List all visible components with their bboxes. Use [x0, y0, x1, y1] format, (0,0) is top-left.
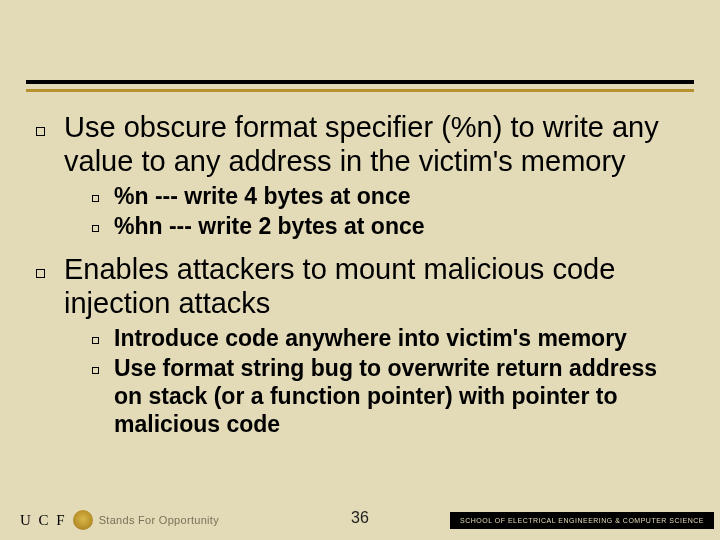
bullet-level2: %n --- write 4 bytes at once — [92, 182, 684, 212]
bullet-text: %n --- write 4 bytes at once — [114, 182, 411, 210]
divider-thick — [26, 80, 694, 84]
footer: U C F Stands For Opportunity SCHOOL OF E… — [20, 508, 714, 532]
bullet-text: Use format string bug to overwrite retur… — [114, 354, 684, 438]
bullet-level1: Enables attackers to mount malicious cod… — [36, 252, 684, 320]
bullet-icon — [36, 252, 64, 290]
school-badge: SCHOOL OF ELECTRICAL ENGINEERING & COMPU… — [450, 512, 714, 529]
ucf-logo-text: U C F — [20, 512, 67, 529]
pegasus-seal-icon — [73, 510, 93, 530]
bullet-level1: Use obscure format specifier (%n) to wri… — [36, 110, 684, 178]
divider-gold — [26, 89, 694, 92]
bullet-icon — [92, 212, 114, 242]
slide: Use obscure format specifier (%n) to wri… — [0, 0, 720, 540]
footer-left: U C F Stands For Opportunity — [20, 510, 219, 530]
bullet-level2: %hn --- write 2 bytes at once — [92, 212, 684, 242]
bullet-level2: Use format string bug to overwrite retur… — [92, 354, 684, 438]
slide-body: Use obscure format specifier (%n) to wri… — [36, 110, 684, 448]
bullet-icon — [92, 182, 114, 212]
sub-bullet-group: Introduce code anywhere into victim's me… — [92, 324, 684, 438]
bullet-icon — [92, 324, 114, 354]
bullet-text: %hn --- write 2 bytes at once — [114, 212, 425, 240]
bullet-level2: Introduce code anywhere into victim's me… — [92, 324, 684, 354]
bullet-text: Introduce code anywhere into victim's me… — [114, 324, 627, 352]
bullet-icon — [36, 110, 64, 148]
bullet-icon — [92, 354, 114, 384]
bullet-text: Use obscure format specifier (%n) to wri… — [64, 110, 684, 178]
bullet-text: Enables attackers to mount malicious cod… — [64, 252, 684, 320]
ucf-tagline: Stands For Opportunity — [99, 514, 219, 526]
sub-bullet-group: %n --- write 4 bytes at once %hn --- wri… — [92, 182, 684, 242]
